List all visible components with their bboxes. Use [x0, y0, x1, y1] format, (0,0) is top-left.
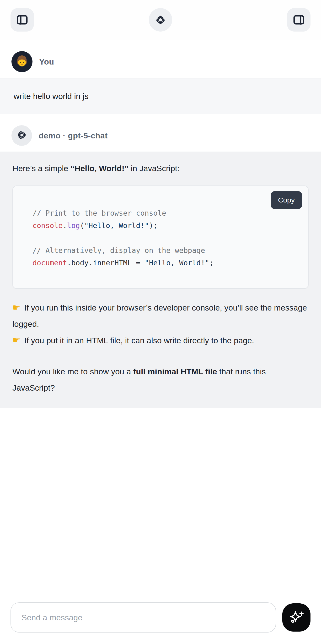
assistant-notes: ☛ If you run this inside your browser’s … [12, 299, 309, 348]
code-line: console.log("Hello, World!"); [32, 220, 299, 232]
sidebar-right-icon [292, 13, 306, 26]
user-message-header: You [0, 40, 321, 78]
user-avatar [11, 51, 32, 72]
code-line [32, 232, 299, 244]
assistant-message-header: demo · gpt-5-chat [0, 114, 321, 152]
person-emoji-icon [14, 54, 29, 70]
assistant-message: demo · gpt-5-chat Here’s a simple “Hello… [0, 114, 321, 408]
sidebar-left-icon [15, 13, 29, 26]
point-right-emoji: ☛ [12, 335, 20, 346]
code-line: document.body.innerHTML = "Hello, World!… [32, 257, 299, 269]
right-panel-toggle-button[interactable] [287, 8, 311, 32]
starburst-icon [155, 14, 166, 26]
chat-scroll-area[interactable] [0, 408, 321, 592]
top-bar [0, 0, 321, 40]
app-logo-button[interactable] [149, 8, 172, 32]
assistant-question-text: Would you like me to show you a full min… [12, 363, 309, 396]
starburst-icon [16, 130, 27, 142]
assistant-name-label: demo · gpt-5-chat [39, 131, 108, 140]
code-line: // Alternatively, display on the webpage [32, 244, 299, 257]
note-line: ☛ If you run this inside your browser’s … [12, 299, 309, 332]
composer-bar [0, 592, 321, 644]
assistant-intro-text: Here’s a simple “Hello, World!” in JavaS… [12, 161, 309, 176]
user-message-text: write hello world in js [0, 78, 321, 114]
user-name-label: You [39, 57, 54, 66]
left-sidebar-toggle-button[interactable] [10, 8, 34, 32]
code-line: // Print to the browser console [32, 207, 299, 220]
code-content: // Print to the browser consoleconsole.l… [32, 207, 299, 269]
send-button[interactable] [282, 603, 311, 632]
user-message: You write hello world in js [0, 40, 321, 114]
code-block: Copy // Print to the browser consolecons… [12, 186, 309, 289]
chat-app: You write hello world in js [0, 0, 321, 644]
note-line: ☛ If you put it in an HTML file, it can … [12, 332, 309, 348]
assistant-avatar [11, 125, 32, 146]
copy-button[interactable]: Copy [271, 191, 302, 209]
point-right-emoji: ☛ [12, 302, 20, 313]
message-input[interactable] [10, 602, 276, 632]
sparkle-icon [289, 610, 304, 626]
assistant-message-body: Here’s a simple “Hello, World!” in JavaS… [0, 152, 321, 408]
